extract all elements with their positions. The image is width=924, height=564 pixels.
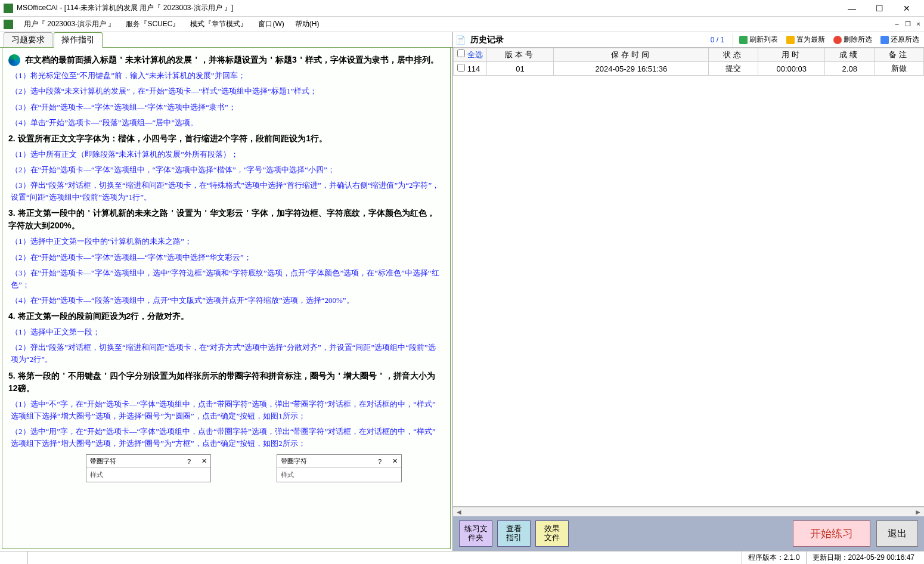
left-pane: 习题要求 操作指引 在文档的最前面插入标题＇未来计算机的发展＇，并将标题设置为＇… (0, 32, 453, 551)
col-score[interactable]: 成绩 (825, 48, 875, 62)
dialog-1-close-icon[interactable]: ✕ (201, 457, 207, 465)
minimize-button[interactable]: — (838, 0, 866, 17)
tab-guide[interactable]: 操作指引 (54, 32, 103, 48)
col-select[interactable]: 全选 (454, 48, 487, 62)
horizontal-scrollbar[interactable]: ◄► (453, 507, 924, 516)
col-state[interactable]: 状态 (709, 48, 758, 62)
latest-label: 置为最新 (796, 35, 825, 45)
restore-selected-button[interactable]: 还原所选 (878, 33, 922, 46)
step-2-1: （1）选中所有正文（即除段落“未来计算机的发展”外所有段落）； (11, 148, 442, 160)
history-count: 0 / 1 (711, 36, 724, 44)
row-score: 2.08 (825, 62, 875, 76)
refresh-icon (739, 36, 748, 44)
delete-label: 删除所选 (844, 35, 872, 45)
dialog-1-help-icon[interactable]: ? (187, 458, 191, 465)
maximize-button[interactable]: ☐ (866, 0, 893, 17)
effect-file-button[interactable]: 效果 文件 (535, 520, 569, 547)
app-icon (4, 4, 13, 13)
dialog-previews: 带圈字符 ? ✕ 样式 带圈字符 ? ✕ 样式 (8, 454, 442, 482)
select-all-link[interactable]: 全选 (467, 50, 483, 59)
history-toolbar: 📄 历史记录 0 / 1 刷新列表 置为最新 删除所选 还原所选 (453, 32, 924, 48)
menu-service[interactable]: 服务『SCUEC』 (125, 18, 181, 30)
refresh-list-button[interactable]: 刷新列表 (737, 33, 780, 46)
menu-bar: 用户『 2023003-演示用户 』 服务『SCUEC』 模式『章节模式』 窗口… (0, 17, 924, 32)
step-1-2: （2）选中段落“未来计算机的发展”，在“开始”选项卡—“样式”选项组中选择“标题… (11, 85, 442, 97)
edge-icon (8, 54, 20, 66)
title-bar: MSOfficeCAI - [114-未来计算机的发展 用户『 2023003-… (0, 0, 924, 17)
select-all-checkbox[interactable] (457, 49, 465, 57)
col-save-time[interactable]: 保存时间 (554, 48, 709, 62)
dialog-1-title: 带圈字符 (90, 457, 187, 466)
status-bar: 程序版本：2.1.0 更新日期：2024-05-29 00:16:47 (0, 551, 924, 564)
delete-icon (833, 36, 842, 44)
bottom-button-bar: 练习文 件夹 查看 指引 效果 文件 开始练习 退出 (453, 516, 924, 551)
dialog-2-body: 样式 (277, 468, 401, 482)
history-icon: 📄 (455, 35, 466, 45)
section-2-head: 2. 设置所有正文文字字体为：楷体，小四号字，首行缩进2个字符，段前间距设为1行… (8, 132, 442, 145)
row-checkbox[interactable] (457, 64, 465, 72)
step-4-2: （2）弹出“段落”对话框，切换至“缩进和间距”选项卡，在“对齐方式”选项中选择“… (11, 342, 442, 365)
set-latest-button[interactable]: 置为最新 (784, 33, 827, 46)
step-1-3: （3）在“开始”选项卡—“字体”选项组—“字体”选项中选择“隶书”； (11, 101, 442, 113)
step-3-1: （1）选择中正文第一段中的“计算机新的未来之路”； (11, 235, 442, 247)
menu-user[interactable]: 用户『 2023003-演示用户 』 (23, 18, 116, 30)
step-3-4: （4）在“开始”选项卡—“段落”选项组中，点开“中文版式”选项并点开“字符缩放”… (11, 295, 442, 306)
dialog-1-body: 样式 (86, 468, 210, 482)
status-version: 程序版本：2.1.0 (742, 551, 806, 564)
dialog-preview-2: 带圈字符 ? ✕ 样式 (277, 454, 402, 482)
step-5-2: （2）选中“用”字，在“开始”选项卡—“字体”选项组中，点击“带圈字符”选项，弹… (11, 426, 442, 450)
dialog-2-close-icon[interactable]: ✕ (392, 457, 398, 465)
col-version[interactable]: 版本号 (486, 48, 554, 62)
dialog-preview-1: 带圈字符 ? ✕ 样式 (86, 454, 211, 482)
view-guide-button[interactable]: 查看 指引 (497, 520, 531, 547)
step-1-4: （4）单击“开始”选项卡—“段落”选项组—“居中”选项。 (11, 117, 442, 129)
step-5-1: （1）选中“不”字，在“开始”选项卡—“字体”选项组中，点击“带圈字符”选项，弹… (11, 398, 442, 422)
row-remark: 新做 (875, 62, 924, 76)
history-table: 全选 版本号 保存时间 状态 用时 成绩 备注 114 01 2024-05-2… (453, 48, 924, 76)
refresh-label: 刷新列表 (749, 35, 778, 45)
instruction-scroll[interactable]: 在文档的最前面插入标题＇未来计算机的发展＇，并将标题设置为＇标题3＇样式，字体设… (2, 48, 451, 549)
restore-icon (880, 36, 889, 44)
delete-selected-button[interactable]: 删除所选 (831, 33, 875, 46)
right-pane: 📄 历史记录 0 / 1 刷新列表 置为最新 删除所选 还原所选 全选 版本号 … (453, 32, 924, 551)
restore-label: 还原所选 (891, 35, 919, 45)
row-state: 提交 (709, 62, 758, 76)
col-duration[interactable]: 用时 (758, 48, 825, 62)
section-3-head: 3. 将正文第一段中的＇计算机新的未来之路＇设置为＇华文彩云＇字体，加字符边框、… (8, 207, 442, 232)
row-id: 114 (467, 64, 480, 73)
step-2-2: （2）在“开始”选项卡—“字体”选项组中，“字体”选项中选择“楷体”，“字号”选… (11, 164, 442, 176)
row-time: 2024-05-29 16:51:36 (554, 62, 709, 76)
section-1-title: 在文档的最前面插入标题＇未来计算机的发展＇，并将标题设置为＇标题3＇样式，字体设… (25, 55, 439, 64)
mdi-close-icon[interactable]: × (917, 20, 920, 28)
section-5-head: 5. 将第一段的＇不用键盘＇四个字分别设置为如样张所示的带圈字符和拼音标注，圈号… (8, 370, 442, 395)
row-duration: 00:00:03 (758, 62, 825, 76)
mdi-restore-icon[interactable]: ❐ (905, 20, 911, 28)
row-version: 01 (486, 62, 554, 76)
latest-icon (786, 36, 795, 44)
left-tabs: 习题要求 操作指引 (0, 32, 452, 48)
status-update-date: 更新日期：2024-05-29 00:16:47 (806, 551, 920, 564)
history-table-wrap[interactable]: 全选 版本号 保存时间 状态 用时 成绩 备注 114 01 2024-05-2… (453, 48, 924, 507)
dialog-2-title: 带圈字符 (281, 457, 378, 466)
mdi-minimize-icon[interactable]: – (895, 20, 898, 28)
table-row[interactable]: 114 01 2024-05-29 16:51:36 提交 00:00:03 2… (454, 62, 924, 76)
menu-mode[interactable]: 模式『章节模式』 (189, 18, 249, 30)
step-3-3: （3）在“开始”选项卡—“字体”选项组中，选中“字符边框”选项和“字符底纹”选项… (11, 267, 442, 291)
step-2-3: （3）弹出“段落”对话框，切换至“缩进和间距”选项卡，在“特殊格式”选项中选择“… (11, 179, 442, 203)
exit-button[interactable]: 退出 (876, 520, 918, 547)
tab-requirements[interactable]: 习题要求 (4, 32, 52, 47)
window-title: MSOfficeCAI - [114-未来计算机的发展 用户『 2023003-… (17, 3, 233, 13)
dialog-2-help-icon[interactable]: ? (378, 458, 382, 465)
step-3-2: （2）在“开始”选项卡—“字体”选项组—“字体”选项中选择“华文彩云”； (11, 252, 442, 264)
menu-help[interactable]: 帮助(H) (294, 18, 321, 30)
history-title: 历史记录 (470, 35, 504, 45)
section-4-head: 4. 将正文第一段的段前间距设为2行，分散对齐。 (8, 310, 442, 323)
menu-window[interactable]: 窗口(W) (257, 18, 285, 30)
step-1-1: （1）将光标定位至“不用键盘”前，输入“未来计算机的发展”并回车； (11, 70, 442, 82)
practice-folder-button[interactable]: 练习文 件夹 (459, 520, 492, 547)
col-remark[interactable]: 备注 (875, 48, 924, 62)
close-button[interactable]: ✕ (893, 0, 920, 17)
section-1-head: 在文档的最前面插入标题＇未来计算机的发展＇，并将标题设置为＇标题3＇样式，字体设… (8, 54, 442, 66)
step-4-1: （1）选择中正文第一段； (11, 326, 442, 338)
start-practice-button[interactable]: 开始练习 (793, 520, 870, 547)
